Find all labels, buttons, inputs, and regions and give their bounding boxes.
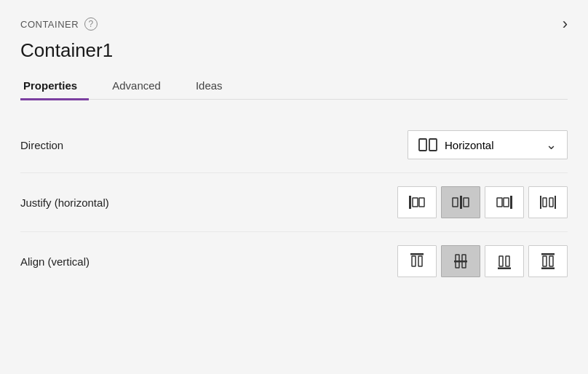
justify-end-icon [494, 192, 514, 212]
svg-rect-3 [413, 198, 418, 207]
svg-rect-27 [549, 256, 553, 266]
svg-rect-10 [504, 198, 509, 207]
align-bottom-icon [494, 251, 514, 271]
svg-rect-9 [497, 198, 502, 207]
svg-rect-16 [412, 256, 416, 266]
align-label: Align (vertical) [20, 255, 151, 268]
panel-body: Direction Horizontal ⌄ Justify (h [0, 100, 588, 308]
svg-rect-12 [555, 196, 556, 209]
svg-rect-8 [510, 196, 512, 209]
svg-rect-14 [549, 198, 553, 207]
tab-properties[interactable]: Properties [20, 73, 89, 99]
justify-center-icon [450, 192, 471, 212]
svg-rect-6 [453, 198, 458, 207]
container-type-row: CONTAINER ? › [20, 15, 568, 33]
direction-dropdown-chevron: ⌄ [546, 137, 557, 153]
svg-rect-21 [498, 268, 511, 270]
svg-rect-4 [419, 198, 424, 207]
align-top-button[interactable] [397, 245, 437, 277]
align-top-icon [407, 251, 427, 271]
justify-center-button[interactable] [441, 186, 480, 218]
justify-space-between-button[interactable] [528, 186, 568, 218]
direction-dropdown[interactable]: Horizontal ⌄ [408, 130, 568, 159]
tab-ideas[interactable]: Ideas [193, 73, 234, 99]
svg-rect-24 [541, 253, 555, 255]
direction-control: Horizontal ⌄ [408, 130, 568, 159]
svg-rect-5 [460, 196, 462, 209]
justify-end-button[interactable] [485, 186, 524, 218]
justify-label: Justify (horizontal) [20, 196, 151, 209]
expand-icon[interactable]: › [563, 15, 568, 33]
panel: CONTAINER ? › Container1 Properties Adva… [0, 0, 588, 374]
align-stretch-icon [538, 251, 558, 271]
align-middle-button[interactable] [441, 245, 480, 277]
align-middle-icon [450, 251, 471, 271]
direction-row: Direction Horizontal ⌄ [20, 117, 568, 173]
svg-rect-25 [541, 268, 555, 270]
align-btn-group [397, 245, 568, 277]
tab-advanced[interactable]: Advanced [109, 73, 172, 99]
svg-rect-2 [409, 196, 411, 209]
justify-row: Justify (horizontal) [20, 173, 568, 232]
tabs-bar: Properties Advanced Ideas [20, 73, 568, 100]
help-icon[interactable]: ? [84, 17, 98, 31]
justify-space-between-icon [538, 192, 558, 212]
align-stretch-button[interactable] [528, 245, 568, 277]
align-row: Align (vertical) [20, 232, 568, 290]
panel-header: CONTAINER ? › Container1 Properties Adva… [0, 0, 588, 100]
svg-rect-13 [543, 198, 547, 207]
svg-rect-22 [499, 256, 503, 266]
container-type-text: CONTAINER [20, 19, 79, 30]
container-name: Container1 [20, 39, 568, 62]
direction-value: Horizontal [445, 139, 494, 151]
justify-start-icon [407, 192, 427, 212]
direction-label: Direction [20, 139, 151, 151]
svg-rect-0 [419, 139, 426, 151]
align-bottom-button[interactable] [485, 245, 524, 277]
svg-rect-11 [540, 196, 541, 209]
justify-start-button[interactable] [397, 186, 437, 218]
svg-rect-15 [410, 253, 424, 255]
svg-rect-23 [506, 256, 509, 266]
svg-rect-17 [418, 256, 422, 266]
svg-rect-7 [464, 198, 469, 207]
container-type-label: CONTAINER ? [20, 17, 98, 31]
svg-rect-1 [429, 139, 437, 151]
justify-btn-group [397, 186, 568, 218]
svg-rect-26 [543, 256, 547, 266]
direction-dropdown-inner: Horizontal [418, 137, 494, 153]
horizontal-layout-icon [418, 137, 437, 153]
